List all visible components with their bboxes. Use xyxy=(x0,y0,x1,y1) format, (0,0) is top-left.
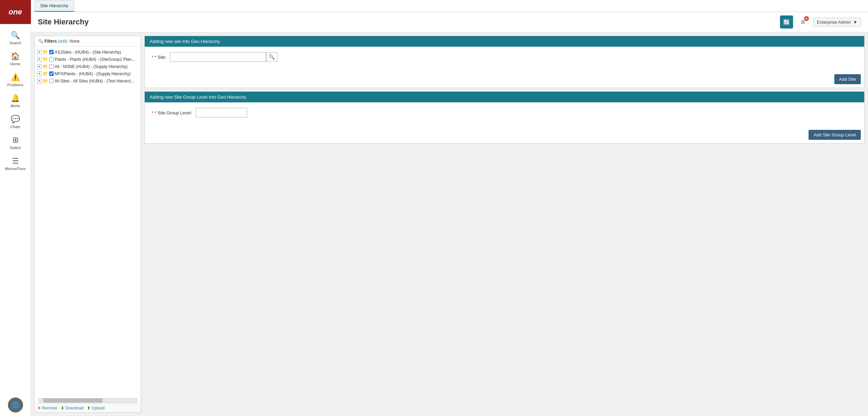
user-avatar[interactable]: 🌐 xyxy=(8,397,23,413)
add-site-button[interactable]: Add Site xyxy=(834,74,861,84)
switch-icon: ⊞ xyxy=(12,136,19,145)
user-label: Enterprise Admin xyxy=(817,20,851,25)
bell-icon: 🔔 xyxy=(11,94,20,103)
notification-badge: ★ xyxy=(804,16,809,21)
download-link[interactable]: ⬇ Download xyxy=(61,406,84,411)
tree-area: + 📁 ASJSites - (HUB4) - (Site Hierarchy)… xyxy=(35,47,141,397)
chevron-down-icon: ▼ xyxy=(853,20,857,25)
sidebar-label-switch: Switch xyxy=(10,146,21,150)
tree-expand-icon[interactable]: + xyxy=(37,64,42,69)
horizontal-scrollbar[interactable] xyxy=(38,398,137,403)
tree-label-4: MFGPlants - (HUB4) - (Supply Hierarchy) xyxy=(55,71,131,76)
tree-item[interactable]: + 📁 Plants - Plants (HUB4) - (SiteGroup1… xyxy=(36,56,139,63)
tree-checkbox-3[interactable] xyxy=(49,64,54,69)
page-title: Site Hierarchy xyxy=(38,18,780,26)
filter-icon: 🔍 xyxy=(38,39,43,44)
group-form-row: * * Site Group Level: xyxy=(152,108,857,117)
sidebar-label-menus: Menus/Favs xyxy=(5,167,26,171)
tree-expand-icon[interactable]: + xyxy=(37,79,42,83)
sidebar-label-home: Home xyxy=(10,62,20,66)
user-dropdown[interactable]: Enterprise Admin ▼ xyxy=(813,18,861,27)
add-site-btn-row: Add Site xyxy=(145,71,864,88)
upload-link[interactable]: ⬆ Upload xyxy=(87,406,105,411)
sidebar-label-alerts: Alerts xyxy=(10,104,20,108)
add-group-panel: Adding new Site Group Level Into Geo Hie… xyxy=(144,91,865,144)
add-site-body: * * Site: 🔍 xyxy=(145,47,864,71)
folder-icon: 📁 xyxy=(43,49,48,55)
page-header: Site Hierarchy 🔄 ≡ ★ Enterprise Admin ▼ xyxy=(31,12,868,32)
sidebar-label-chats: Chats xyxy=(10,125,20,129)
sidebar-item-chats[interactable]: 💬 Chats xyxy=(0,111,31,132)
site-label: * * Site: xyxy=(152,55,166,60)
main-area: Site Hierarchy Site Hierarchy 🔄 ≡ ★ Ente… xyxy=(31,0,868,416)
tree-label-1: ASJSites - (HUB4) - (Site Hierarchy) xyxy=(55,50,121,55)
scrollbar-thumb xyxy=(43,398,102,403)
remove-icon: ✕ xyxy=(37,406,41,411)
left-panel-bottom: ✕ Remove ⬇ Download ⬆ Upload xyxy=(35,404,141,412)
app-logo[interactable]: one xyxy=(0,0,31,24)
download-icon: ⬇ xyxy=(61,406,64,411)
folder-icon: 📁 xyxy=(43,64,48,69)
sidebar-item-problems[interactable]: ⚠️ Problems xyxy=(0,69,31,90)
refresh-button[interactable]: 🔄 xyxy=(780,15,793,29)
sidebar-item-switch[interactable]: ⊞ Switch xyxy=(0,132,31,153)
filters-edit-link[interactable]: (edit): xyxy=(58,39,69,44)
site-search-button[interactable]: 🔍 xyxy=(266,52,277,62)
filters-value: None xyxy=(70,39,80,44)
magnify-icon: 🔍 xyxy=(268,54,275,60)
tree-expand-icon[interactable]: + xyxy=(37,50,42,55)
group-input[interactable] xyxy=(196,108,247,117)
filters-label: Filters xyxy=(44,39,57,44)
filters-bar: 🔍 Filters (edit): None xyxy=(35,36,141,47)
sidebar-bottom: 🌐 xyxy=(0,397,31,416)
folder-icon: 📁 xyxy=(43,57,48,62)
site-input[interactable] xyxy=(170,52,266,62)
tree-item[interactable]: + 📁 ASJSites - (HUB4) - (Site Hierarchy) xyxy=(36,48,139,56)
sidebar-item-search[interactable]: 🔍 Search xyxy=(0,27,31,48)
tree-expand-icon[interactable]: + xyxy=(37,71,42,76)
add-group-btn-row: Add Site Group Level xyxy=(145,126,864,143)
tree-label-5: All Sites - All Sites (HUB4) - (Test Hie… xyxy=(55,79,134,83)
tree-checkbox-2[interactable] xyxy=(49,57,54,61)
tree-item[interactable]: + 📁 All - NONE (HUB4) - (Supply Hierarch… xyxy=(36,63,139,70)
add-group-header: Adding new Site Group Level Into Geo Hie… xyxy=(145,92,864,102)
remove-link[interactable]: ✕ Remove xyxy=(37,406,57,411)
content-area: 🔍 Filters (edit): None + 📁 ASJSites - (H… xyxy=(31,32,868,416)
menu-button[interactable]: ≡ ★ xyxy=(796,15,810,29)
tree-expand-icon[interactable]: + xyxy=(37,57,42,62)
tree-checkbox-1[interactable] xyxy=(49,50,54,54)
sidebar-item-menus[interactable]: ☰ Menus/Favs xyxy=(0,153,31,174)
sidebar-label-search: Search xyxy=(9,41,21,45)
add-group-body: * * Site Group Level: xyxy=(145,102,864,126)
header-actions: 🔄 ≡ ★ Enterprise Admin ▼ xyxy=(780,15,861,29)
tree-item[interactable]: + 📁 MFGPlants - (HUB4) - (Supply Hierarc… xyxy=(36,70,139,77)
upload-icon: ⬆ xyxy=(87,406,90,411)
tree-label-3: All - NONE (HUB4) - (Supply Hierarchy) xyxy=(55,64,128,69)
chat-icon: 💬 xyxy=(11,115,20,124)
folder-icon: 📁 xyxy=(43,78,48,83)
search-icon: 🔍 xyxy=(11,31,20,40)
add-site-group-level-button[interactable]: Add Site Group Level xyxy=(809,130,861,140)
tab-site-hierarchy[interactable]: Site Hierarchy xyxy=(34,0,74,12)
menu-icon: ☰ xyxy=(12,157,19,166)
sidebar-item-home[interactable]: 🏠 Home xyxy=(0,48,31,69)
logo-text: one xyxy=(9,8,22,16)
tree-item[interactable]: + 📁 All Sites - All Sites (HUB4) - (Test… xyxy=(36,77,139,85)
left-panel: 🔍 Filters (edit): None + 📁 ASJSites - (H… xyxy=(34,36,141,413)
tree-checkbox-5[interactable] xyxy=(49,79,54,83)
sidebar-label-problems: Problems xyxy=(7,83,23,87)
tree-label-2: Plants - Plants (HUB4) - (SiteGroup1 Pla… xyxy=(55,57,135,62)
tree-checkbox-4[interactable] xyxy=(49,71,54,76)
home-icon: 🏠 xyxy=(11,52,20,61)
folder-icon: 📁 xyxy=(43,71,48,76)
warning-icon: ⚠️ xyxy=(11,73,20,82)
sidebar: one 🔍 Search 🏠 Home ⚠️ Problems 🔔 Alerts… xyxy=(0,0,31,416)
right-panel: Adding new site Into Geo Hierarchy * * S… xyxy=(144,36,865,413)
add-site-panel: Adding new site Into Geo Hierarchy * * S… xyxy=(144,36,865,88)
add-site-header: Adding new site Into Geo Hierarchy xyxy=(145,36,864,47)
tab-bar: Site Hierarchy xyxy=(31,0,868,12)
site-form-row: * * Site: 🔍 xyxy=(152,52,857,62)
sidebar-item-alerts[interactable]: 🔔 Alerts xyxy=(0,90,31,111)
group-label: * * Site Group Level: xyxy=(152,110,192,115)
